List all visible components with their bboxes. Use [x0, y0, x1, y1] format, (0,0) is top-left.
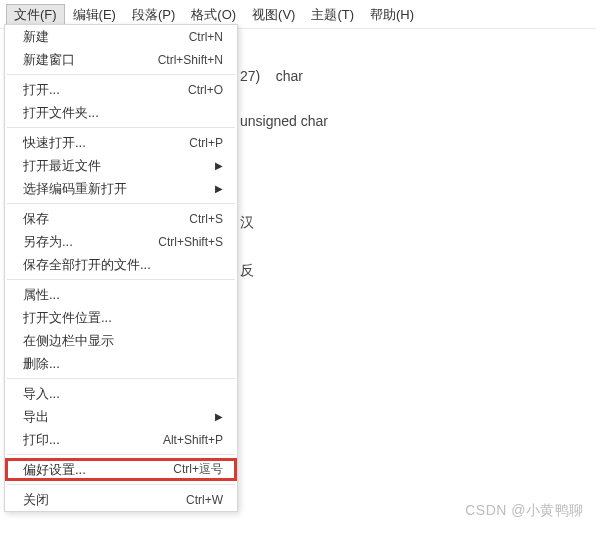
menu-item[interactable]: 导出▶ — [5, 405, 237, 428]
doc-text: 汉 — [240, 214, 254, 230]
watermark: CSDN @小黄鸭聊 — [465, 502, 584, 520]
menu-separator — [7, 454, 235, 455]
chevron-right-icon: ▶ — [215, 160, 223, 171]
menu-item-shortcut: Ctrl+O — [188, 83, 223, 97]
menu-item-label: 打开文件位置... — [23, 309, 112, 327]
menu-item-label: 选择编码重新打开 — [23, 180, 127, 198]
menu-item-label: 属性... — [23, 286, 60, 304]
menu-item[interactable]: 导入... — [5, 382, 237, 405]
menu-item-label: 打印... — [23, 431, 60, 449]
menu-item-shortcut: Ctrl+P — [189, 136, 223, 150]
menu-separator — [7, 378, 235, 379]
menu-item-shortcut: Ctrl+Shift+S — [158, 235, 223, 249]
menu-item-label: 导出 — [23, 408, 49, 426]
menu-separator — [7, 127, 235, 128]
menu-separator — [7, 279, 235, 280]
menu-item[interactable]: 在侧边栏中显示 — [5, 329, 237, 352]
menu-item-label: 保存全部打开的文件... — [23, 256, 151, 274]
menu-item-shortcut: Ctrl+W — [186, 493, 223, 507]
menu-item[interactable]: 新建窗口Ctrl+Shift+N — [5, 48, 237, 71]
menu-item[interactable]: 偏好设置...Ctrl+逗号 — [5, 458, 237, 481]
menu-item-label: 新建 — [23, 28, 49, 46]
menu-item-label: 打开文件夹... — [23, 104, 99, 122]
menu-top-4[interactable]: 视图(V) — [244, 4, 303, 26]
menu-item-label: 新建窗口 — [23, 51, 75, 69]
menu-item[interactable]: 选择编码重新打开▶ — [5, 177, 237, 200]
menu-item[interactable]: 打开最近文件▶ — [5, 154, 237, 177]
doc-text: unsigned char — [240, 113, 328, 129]
menu-item-shortcut: Ctrl+逗号 — [173, 461, 223, 478]
menu-top-2[interactable]: 段落(P) — [124, 4, 183, 26]
chevron-right-icon: ▶ — [215, 183, 223, 194]
chevron-right-icon: ▶ — [215, 411, 223, 422]
menu-top-3[interactable]: 格式(O) — [183, 4, 244, 26]
document-content: 27) char unsigned char 汉 反 — [240, 40, 328, 283]
menu-item[interactable]: 新建Ctrl+N — [5, 25, 237, 48]
menu-item-shortcut: Ctrl+S — [189, 212, 223, 226]
menu-item-label: 导入... — [23, 385, 60, 403]
menu-item[interactable]: 打开文件夹... — [5, 101, 237, 124]
menu-top-5[interactable]: 主题(T) — [303, 4, 362, 26]
menu-top-6[interactable]: 帮助(H) — [362, 4, 422, 26]
menu-separator — [7, 74, 235, 75]
menu-item[interactable]: 属性... — [5, 283, 237, 306]
menu-item[interactable]: 打印...Alt+Shift+P — [5, 428, 237, 451]
menu-item-label: 关闭 — [23, 491, 49, 509]
menu-item-label: 另存为... — [23, 233, 73, 251]
menu-item[interactable]: 打开文件位置... — [5, 306, 237, 329]
menu-separator — [7, 484, 235, 485]
file-menu-dropdown: 新建Ctrl+N新建窗口Ctrl+Shift+N打开...Ctrl+O打开文件夹… — [4, 24, 238, 512]
menu-item[interactable]: 快速打开...Ctrl+P — [5, 131, 237, 154]
menu-item-shortcut: Alt+Shift+P — [163, 433, 223, 447]
menu-separator — [7, 203, 235, 204]
menu-item[interactable]: 保存Ctrl+S — [5, 207, 237, 230]
menu-item[interactable]: 保存全部打开的文件... — [5, 253, 237, 276]
menu-item-label: 在侧边栏中显示 — [23, 332, 114, 350]
menu-item-label: 保存 — [23, 210, 49, 228]
doc-text: char — [276, 68, 303, 84]
menu-item-label: 删除... — [23, 355, 60, 373]
doc-text: 27) — [240, 68, 260, 84]
menu-item-label: 偏好设置... — [23, 461, 86, 479]
menu-item-shortcut: Ctrl+Shift+N — [158, 53, 223, 67]
menu-item[interactable]: 打开...Ctrl+O — [5, 78, 237, 101]
menu-item[interactable]: 删除... — [5, 352, 237, 375]
menu-item[interactable]: 另存为...Ctrl+Shift+S — [5, 230, 237, 253]
menu-item[interactable]: 关闭Ctrl+W — [5, 488, 237, 511]
menu-top-0[interactable]: 文件(F) — [6, 4, 65, 26]
menu-item-shortcut: Ctrl+N — [189, 30, 223, 44]
menu-item-label: 快速打开... — [23, 134, 86, 152]
menu-item-label: 打开... — [23, 81, 60, 99]
menu-top-1[interactable]: 编辑(E) — [65, 4, 124, 26]
menu-item-label: 打开最近文件 — [23, 157, 101, 175]
doc-text: 反 — [240, 262, 254, 278]
